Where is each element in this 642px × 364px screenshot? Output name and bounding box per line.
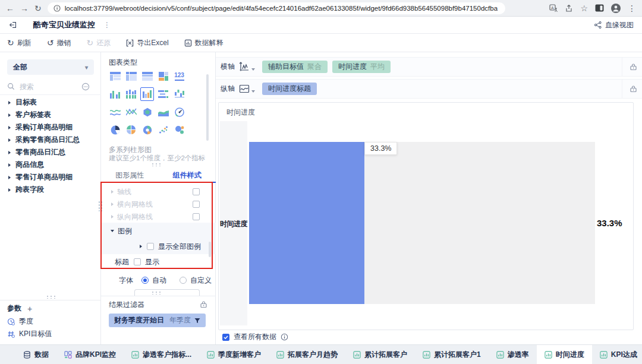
chart-type-kpi-board-icon[interactable]: [156, 69, 170, 83]
v-gridline-checkbox[interactable]: [193, 213, 200, 220]
bookmark-star-icon[interactable]: ☆: [580, 4, 588, 12]
chart-type-stacked-column-icon[interactable]: [124, 87, 138, 101]
lineage-view-button[interactable]: 血缘视图: [594, 20, 634, 30]
tab-quarter-new-customers[interactable]: 季度新增客户: [199, 345, 269, 364]
table-tree-item[interactable]: 客户标签表: [0, 109, 101, 121]
browser-back-icon[interactable]: ←: [6, 4, 14, 12]
browser-menu-icon[interactable]: ⋮: [628, 4, 636, 12]
chart-type-pie-icon[interactable]: [108, 123, 122, 137]
chart-type-bubble-icon[interactable]: [172, 123, 186, 137]
result-filter-lock-icon[interactable]: [200, 300, 207, 308]
filter-resize-handle[interactable]: [151, 291, 161, 295]
chart-type-bar-icon[interactable]: [156, 87, 170, 101]
chart-type-column-icon[interactable]: [108, 87, 122, 101]
expand-arrow-icon[interactable]: [8, 101, 11, 105]
chart-type-range-column-icon[interactable]: [172, 87, 186, 101]
x-pill-time-progress[interactable]: 时间进度 平均: [332, 61, 391, 73]
chart-type-cross-table-icon[interactable]: [140, 69, 154, 83]
expand-arrow-icon[interactable]: [8, 113, 11, 117]
setting-row-axis-line[interactable]: 轴线: [101, 186, 216, 197]
setting-row-title[interactable]: 标题 显示: [101, 257, 216, 267]
chart-type-pie-multi-icon[interactable]: [124, 123, 138, 137]
tab-kpi-achievement[interactable]: KPI达成: [592, 345, 642, 364]
tab-cumulative-customers[interactable]: 累计拓展客户: [345, 345, 415, 364]
title-show-checkbox[interactable]: [134, 258, 141, 265]
chart-type-radar-icon[interactable]: [140, 105, 154, 119]
tab-cumulative-customers-1[interactable]: 累计拓展客户1: [415, 345, 489, 364]
table-tree-item[interactable]: 采购零售商品日汇总: [0, 134, 101, 146]
setting-row-legend[interactable]: 图例: [101, 226, 216, 236]
chart-type-kpi-number-icon[interactable]: 123: [172, 69, 186, 83]
show-all-legend-checkbox[interactable]: [147, 243, 154, 250]
setting-row-h-gridline[interactable]: 横向网格线: [101, 199, 216, 210]
table-tree-item[interactable]: 跨表字段: [0, 183, 101, 196]
expand-arrow-icon[interactable]: [8, 151, 11, 154]
expand-arrow-icon[interactable]: [8, 163, 11, 167]
table-tree-item[interactable]: 目标表: [0, 96, 101, 109]
settings-scrollbar[interactable]: [209, 242, 211, 257]
sidebar-resize-handle[interactable]: [98, 201, 102, 211]
tab-expand-customer-trend[interactable]: 拓展客户月趋势: [269, 345, 345, 364]
chart-type-area-icon[interactable]: [156, 105, 170, 119]
result-filter-pill[interactable]: 财务季度开始日 年季度: [109, 314, 206, 327]
side-panel-icon[interactable]: [595, 4, 604, 12]
expand-arrow-icon[interactable]: [8, 138, 11, 142]
table-tree-item[interactable]: 采购订单商品明细: [0, 121, 101, 134]
expand-arrow-icon[interactable]: [111, 190, 114, 194]
tab-penetration-rate[interactable]: 渗透率: [489, 345, 537, 364]
chart-type-line-icon[interactable]: [108, 105, 122, 119]
y-axis-lock-icon[interactable]: [622, 80, 637, 98]
collapse-arrow-icon[interactable]: [111, 230, 114, 232]
chart-type-rose-icon[interactable]: [140, 123, 154, 137]
bar-chart-canvas[interactable]: 时间进度 时间进度 33.3% 33.3%: [218, 102, 634, 330]
translate-icon[interactable]: A: [549, 4, 558, 12]
expand-arrow-icon[interactable]: [111, 202, 114, 206]
info-icon[interactable]: [281, 333, 288, 341]
font-custom-radio[interactable]: [180, 277, 187, 284]
x-axis-lock-icon[interactable]: [622, 58, 637, 76]
data-explain-button[interactable]: 数据解释: [184, 38, 224, 48]
params-resize-handle[interactable]: [46, 295, 56, 299]
y-axis-type-icon[interactable]: [238, 84, 255, 94]
title-more-icon[interactable]: ⋮: [103, 21, 111, 29]
table-tree-item[interactable]: 零售订单商品明细: [0, 171, 101, 183]
share-icon[interactable]: [565, 4, 573, 12]
tab-component-style[interactable]: 组件样式: [159, 169, 216, 183]
setting-row-show-all-legend[interactable]: 显示全部图例: [101, 241, 216, 252]
axis-line-checkbox[interactable]: [193, 188, 200, 195]
h-gridline-checkbox[interactable]: [193, 201, 200, 208]
refresh-button[interactable]: ↻ 刷新: [7, 38, 32, 48]
chart-type-grouped-table-icon[interactable]: [108, 69, 122, 83]
expand-arrow-icon[interactable]: [8, 126, 11, 129]
expand-arrow-icon[interactable]: [8, 188, 11, 192]
param-item-quarter[interactable]: 季度: [7, 316, 33, 327]
add-param-icon[interactable]: +: [27, 304, 32, 314]
chart-type-gauge-icon[interactable]: [172, 105, 186, 119]
expand-arrow-icon[interactable]: [140, 245, 142, 248]
font-auto-radio[interactable]: [141, 277, 149, 284]
export-excel-button[interactable]: 导出Excel: [126, 38, 168, 48]
y-pill-time-progress-title[interactable]: 时间进度标题: [262, 83, 317, 95]
expand-arrow-icon[interactable]: [8, 176, 11, 179]
panel-resize-handle[interactable]: [151, 163, 161, 166]
progress-bar[interactable]: [249, 142, 364, 304]
chart-type-multiseries-column-icon-selected[interactable]: [140, 87, 154, 101]
setting-row-v-gridline[interactable]: 纵向网格线: [101, 211, 216, 222]
search-input[interactable]: [20, 83, 77, 91]
chart-type-detail-table-icon[interactable]: [124, 69, 138, 83]
exit-edit-icon[interactable]: [8, 20, 18, 30]
table-tree-item[interactable]: 商品信息: [0, 159, 101, 171]
tab-time-progress-active[interactable]: 时间进度: [537, 345, 592, 364]
table-scope-dropdown[interactable]: 全部 ▾: [7, 59, 94, 75]
address-bar[interactable]: localhost:37799/webroot/decision/v5/conf…: [48, 2, 505, 14]
tab-brand-kpi[interactable]: 品牌KPI监控: [56, 345, 124, 364]
tab-data[interactable]: 数据: [15, 345, 56, 364]
url-text[interactable]: localhost:37799/webroot/decision/v5/conf…: [65, 5, 498, 12]
chart-type-scatter-icon[interactable]: [156, 123, 170, 137]
undo-button[interactable]: ↺ 撤销: [47, 38, 71, 48]
chart-type-scrollbar[interactable]: [206, 74, 209, 141]
browser-forward-icon[interactable]: →: [20, 4, 29, 12]
redo-button[interactable]: ↻ 还原: [86, 38, 111, 48]
tab-graphic-properties[interactable]: 图形属性: [101, 169, 159, 183]
browser-reload-icon[interactable]: ↻: [34, 4, 42, 12]
